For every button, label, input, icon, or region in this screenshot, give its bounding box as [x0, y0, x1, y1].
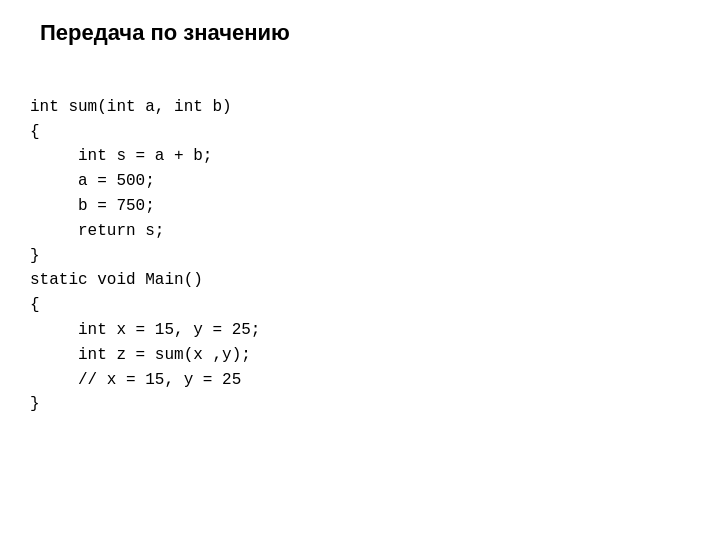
code-block: int sum(int a, int b) { int s = a + b; a…	[30, 70, 690, 417]
page-container: Передача по значению int sum(int a, int …	[0, 0, 720, 540]
page-title: Передача по значению	[40, 20, 690, 46]
